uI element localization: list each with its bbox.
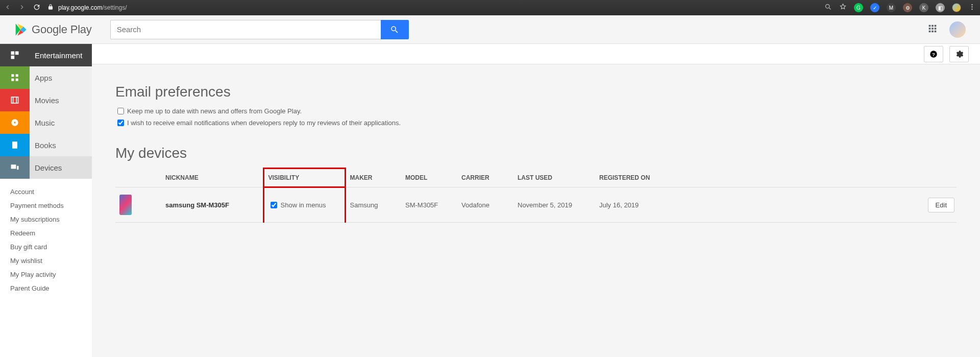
svg-point-0 (826, 5, 830, 9)
device-maker: Samsung (345, 187, 401, 223)
profile-avatar-chrome[interactable] (952, 3, 961, 12)
nav-label: Books (35, 141, 56, 150)
bookmark-star-icon[interactable] (839, 3, 847, 12)
link-parent-guide[interactable]: Parent Guide (10, 281, 92, 295)
svg-rect-8 (16, 74, 18, 77)
svg-rect-9 (11, 79, 14, 81)
device-thumbnail (119, 195, 132, 215)
svg-rect-4 (11, 52, 15, 55)
device-last-used: November 5, 2019 (513, 187, 595, 223)
extension-icon[interactable]: ✓ (870, 3, 879, 12)
help-icon: ? (929, 50, 938, 59)
books-icon (0, 134, 30, 156)
link-account[interactable]: Account (10, 185, 92, 199)
help-button[interactable]: ? (924, 46, 943, 62)
email-preferences-title: Email preferences (115, 84, 957, 100)
show-in-menus-label: Show in menus (281, 201, 326, 209)
svg-rect-13 (11, 164, 16, 169)
svg-rect-10 (16, 79, 18, 81)
nav-entertainment[interactable]: Entertainment (0, 44, 92, 66)
device-nickname: samsung SM-M305F (161, 187, 263, 223)
zoom-icon[interactable] (824, 3, 832, 12)
link-redeem[interactable]: Redeem (10, 226, 92, 240)
sidebar-sublinks: Account Payment methods My subscriptions… (0, 179, 92, 295)
svg-rect-7 (11, 74, 14, 77)
forward-button[interactable] (18, 4, 26, 12)
pref-review-replies-checkbox[interactable] (117, 120, 124, 126)
link-my-wishlist[interactable]: My wishlist (10, 254, 92, 268)
search-icon (390, 25, 399, 34)
svg-rect-6 (11, 56, 15, 59)
lock-icon (47, 4, 54, 12)
play-logo[interactable]: Google Play (13, 22, 105, 37)
device-visibility-cell: Show in menus (263, 187, 345, 223)
svg-point-12 (14, 122, 15, 123)
show-in-menus-checkbox[interactable] (271, 202, 277, 208)
browser-toolbar: play.google.com/settings/ G ✓ M ⚙ K ◧ (0, 0, 980, 15)
entertainment-icon (0, 44, 30, 66)
main-panel: ? Email preferences Keep me up to date w… (92, 44, 980, 357)
sidebar: Entertainment Apps Movies Music Books De… (0, 44, 92, 295)
play-logo-icon (13, 22, 28, 37)
extension-icon[interactable]: G (854, 3, 863, 12)
col-nickname: NICKNAME (161, 169, 263, 187)
svg-text:?: ? (932, 51, 935, 57)
col-carrier: CARRIER (457, 169, 513, 187)
svg-rect-5 (15, 52, 19, 55)
link-buy-gift-card[interactable]: Buy gift card (10, 240, 92, 254)
col-visibility: VISIBILITY (263, 169, 345, 187)
extension-icon[interactable]: K (919, 3, 928, 12)
content-toolbar: ? (92, 44, 980, 64)
link-my-subscriptions[interactable]: My subscriptions (10, 212, 92, 226)
pref-review-replies[interactable]: I wish to receive email notifications wh… (115, 118, 957, 128)
svg-rect-14 (17, 166, 18, 170)
link-my-play-activity[interactable]: My Play activity (10, 268, 92, 281)
nav-books[interactable]: Books (0, 134, 92, 156)
svg-point-3 (971, 9, 973, 10)
device-model: SM-M305F (401, 187, 457, 223)
col-registered: REGISTERED ON (595, 169, 677, 187)
devices-table: NICKNAME VISIBILITY MAKER MODEL CARRIER … (115, 168, 957, 223)
search-button[interactable] (381, 20, 409, 39)
pref-label: Keep me up to date with news and offers … (127, 107, 302, 115)
nav-music[interactable]: Music (0, 111, 92, 134)
account-avatar[interactable] (949, 21, 966, 38)
link-payment-methods[interactable]: Payment methods (10, 199, 92, 212)
apps-icon (0, 66, 30, 89)
devices-icon (0, 156, 30, 179)
svg-point-1 (971, 4, 973, 6)
url-host: play.google.com (58, 4, 103, 11)
device-carrier: Vodafone (457, 187, 513, 223)
reload-button[interactable] (33, 3, 41, 13)
nav-label: Movies (35, 96, 59, 105)
play-logo-text: Google Play (32, 23, 92, 36)
music-icon (0, 111, 30, 134)
nav-apps[interactable]: Apps (0, 66, 92, 89)
movies-icon (0, 89, 30, 111)
edit-device-button[interactable]: Edit (928, 198, 954, 212)
settings-button[interactable] (949, 46, 969, 62)
extension-icon[interactable]: M (887, 3, 896, 12)
nav-label: Entertainment (35, 51, 82, 60)
col-last-used: LAST USED (513, 169, 595, 187)
my-devices-title: My devices (115, 145, 957, 161)
address-bar[interactable]: play.google.com/settings/ (47, 4, 127, 12)
col-model: MODEL (401, 169, 457, 187)
search-input[interactable] (110, 20, 381, 39)
col-maker: MAKER (345, 169, 401, 187)
chrome-menu-icon[interactable] (968, 3, 976, 12)
extension-icon[interactable]: ⚙ (903, 3, 912, 12)
svg-point-2 (971, 6, 973, 8)
table-header-row: NICKNAME VISIBILITY MAKER MODEL CARRIER … (115, 169, 957, 187)
url-path: /settings/ (103, 4, 127, 11)
apps-grid-icon[interactable] (927, 23, 938, 36)
extension-icon[interactable]: ◧ (936, 3, 945, 12)
nav-devices[interactable]: Devices (0, 156, 92, 179)
pref-news-offers[interactable]: Keep me up to date with news and offers … (115, 106, 957, 116)
nav-label: Apps (35, 74, 52, 82)
back-button[interactable] (4, 4, 11, 12)
device-registered: July 16, 2019 (595, 187, 677, 223)
pref-news-offers-checkbox[interactable] (117, 108, 124, 114)
nav-movies[interactable]: Movies (0, 89, 92, 111)
nav-label: Music (35, 118, 55, 127)
